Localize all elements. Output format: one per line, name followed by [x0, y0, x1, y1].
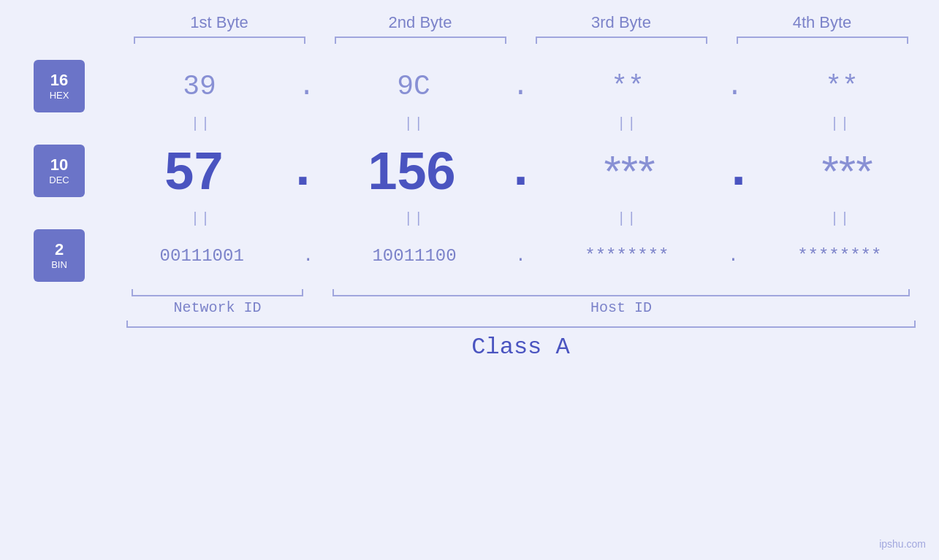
bin-badge: 2 BIN: [34, 229, 85, 282]
bracket-line-4: [737, 37, 908, 44]
long-bracket-row: [0, 319, 939, 329]
bracket-2: [320, 35, 521, 45]
equals-2-1: ||: [191, 210, 211, 227]
hex-cell-3: **: [531, 71, 725, 102]
bin-dot-1: .: [301, 246, 314, 266]
hex-badge: 16 HEX: [34, 60, 85, 112]
host-bracket-line: [332, 289, 910, 296]
hex-value-2: 9C: [397, 71, 430, 102]
equals-row-2-content: || || || ||: [0, 210, 939, 227]
bin-dot-3: .: [726, 246, 740, 266]
dec-cell-2: 156: [320, 141, 503, 201]
equals-row-2: || || || ||: [0, 207, 939, 229]
hex-badge-number: 16: [50, 72, 68, 89]
dec-value-2: 156: [368, 141, 455, 201]
dec-cell-4: ***: [756, 146, 939, 196]
dec-row-wrapper: 10 DEC 57 . 156 . *** . ***: [0, 134, 939, 207]
equals-1-2: ||: [404, 115, 425, 132]
hex-dot-2: .: [511, 71, 531, 102]
dec-dot-3: .: [721, 141, 756, 201]
dec-row-content: 57 . 156 . *** . ***: [0, 141, 939, 201]
eq1-cell-3: ||: [528, 115, 726, 132]
hex-row-content: 39 . 9C . ** . **: [0, 71, 939, 102]
class-label-row: Class A: [0, 334, 939, 361]
bin-cell-2: 10011100: [315, 246, 514, 266]
bin-value-4: ********: [797, 246, 881, 266]
hex-cell-4: **: [745, 71, 939, 102]
watermark: ipshu.com: [879, 538, 926, 550]
dec-dot-1: .: [286, 141, 320, 201]
network-id-label: Network ID: [117, 299, 318, 316]
hex-dot-3: .: [725, 71, 745, 102]
eq2-cell-4: ||: [742, 210, 939, 227]
dec-dot-2: .: [503, 141, 538, 201]
eq1-cell-1: ||: [102, 115, 300, 132]
eq2-cell-2: ||: [316, 210, 513, 227]
bracket-1: [119, 35, 320, 45]
label-row: Network ID Host ID: [0, 299, 939, 316]
long-bracket-line: [126, 321, 916, 328]
equals-2-3: ||: [617, 210, 637, 227]
dec-badge-label: DEC: [49, 174, 69, 185]
hex-value-3: **: [611, 71, 645, 102]
hex-cell-2: 9C: [316, 71, 511, 102]
bin-cell-3: ********: [528, 246, 726, 266]
main-container: 1st Byte 2nd Byte 3rd Byte 4th Byte 16 H…: [0, 0, 939, 560]
bin-value-2: 10011100: [372, 246, 456, 266]
col-header-4: 4th Byte: [722, 13, 923, 32]
col-header-1: 1st Byte: [119, 13, 320, 32]
bin-cell-4: ********: [740, 246, 939, 266]
dec-badge: 10 DEC: [34, 145, 85, 197]
class-a-label: Class A: [119, 334, 923, 361]
eq1-cell-4: ||: [742, 115, 939, 132]
bottom-bracket-row: [0, 288, 939, 298]
col-header-3: 3rd Byte: [521, 13, 722, 32]
equals-2-4: ||: [830, 210, 851, 227]
hex-badge-label: HEX: [50, 90, 69, 101]
network-bracket: [117, 288, 318, 298]
equals-row-1: || || || ||: [0, 112, 939, 134]
equals-row-1-content: || || || ||: [0, 115, 939, 132]
bin-value-3: ********: [585, 246, 669, 266]
bin-value-1: 00111001: [160, 246, 244, 266]
top-bracket-row: [0, 35, 939, 45]
equals-2-2: ||: [404, 210, 425, 227]
bracket-line-1: [134, 37, 305, 44]
hex-value-4: **: [825, 71, 859, 102]
column-headers: 1st Byte 2nd Byte 3rd Byte 4th Byte: [0, 13, 939, 32]
dec-cell-3: ***: [538, 146, 721, 196]
bin-row-content: 00111001 . 10011100 . ******** . *******…: [0, 246, 939, 266]
network-bracket-line: [132, 289, 303, 296]
equals-1-1: ||: [191, 115, 211, 132]
dec-value-1: 57: [164, 141, 223, 201]
hex-value-1: 39: [183, 71, 216, 102]
eq1-cell-2: ||: [316, 115, 513, 132]
bin-dot-2: .: [514, 246, 527, 266]
col-header-2: 2nd Byte: [320, 13, 521, 32]
dec-badge-number: 10: [50, 156, 68, 174]
dec-cell-1: 57: [102, 141, 286, 201]
equals-1-3: ||: [617, 115, 637, 132]
bracket-line-3: [536, 37, 707, 44]
eq2-cell-1: ||: [102, 210, 300, 227]
bracket-4: [722, 35, 923, 45]
bracket-line-2: [335, 37, 506, 44]
dec-value-4: ***: [822, 146, 873, 196]
equals-1-4: ||: [830, 115, 851, 132]
eq2-cell-3: ||: [528, 210, 726, 227]
bin-row-wrapper: 2 BIN 00111001 . 10011100 . ******** . *…: [0, 229, 939, 282]
bracket-3: [521, 35, 722, 45]
bin-badge-number: 2: [55, 241, 64, 258]
long-bracket: [119, 319, 923, 329]
host-id-label: Host ID: [318, 299, 924, 316]
hex-row-wrapper: 16 HEX 39 . 9C . ** . **: [0, 60, 939, 112]
hex-dot-1: .: [297, 71, 316, 102]
dec-value-3: ***: [604, 146, 655, 196]
host-bracket: [318, 288, 924, 298]
bin-badge-label: BIN: [51, 259, 67, 270]
bin-cell-1: 00111001: [102, 246, 301, 266]
hex-cell-1: 39: [102, 71, 297, 102]
